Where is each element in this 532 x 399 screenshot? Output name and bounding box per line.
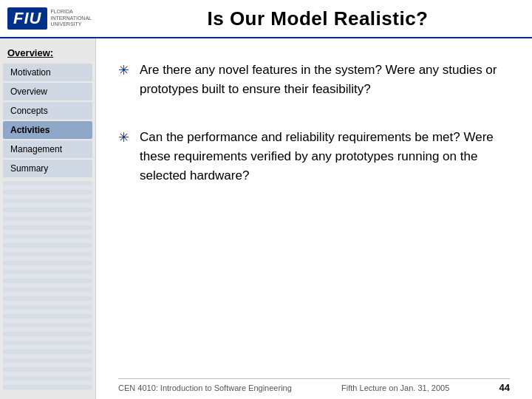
footer: CEN 4010: Introduction to Software Engin… xyxy=(118,378,510,393)
bullet-text-2: Can the performance and reliability requ… xyxy=(140,128,510,186)
sidebar-item-concepts[interactable]: Concepts xyxy=(3,102,92,120)
sidebar: Overview: Motivation Overview Concepts A… xyxy=(0,38,96,399)
bullet-section-2: ✳ Can the performance and reliability re… xyxy=(118,128,510,186)
footer-lecture: Fifth Lecture on Jan. 31, 2005 xyxy=(341,383,449,392)
bullet-icon-1: ✳ xyxy=(118,62,129,78)
content-area: ✳ Are there any novel features in the sy… xyxy=(96,38,532,399)
fiu-logo: FIU xyxy=(7,7,47,30)
footer-course: CEN 4010: Introduction to Software Engin… xyxy=(118,383,292,392)
sidebar-item-activities[interactable]: Activities xyxy=(3,121,92,139)
page-title: Is Our Model Realistic? xyxy=(111,7,525,30)
main-layout: Overview: Motivation Overview Concepts A… xyxy=(0,38,532,399)
header: FIU FLORIDA INTERNATIONAL UNIVERSITY Is … xyxy=(0,0,532,38)
sidebar-overview-label: Overview: xyxy=(0,44,95,63)
bullet-text-1: Are there any novel features in the syst… xyxy=(140,61,510,100)
bullet-section-1: ✳ Are there any novel features in the sy… xyxy=(118,61,510,100)
sidebar-decoration xyxy=(3,181,92,390)
sidebar-item-overview[interactable]: Overview xyxy=(3,83,92,100)
university-name: FLORIDA INTERNATIONAL UNIVERSITY xyxy=(50,9,95,27)
sidebar-item-motivation[interactable]: Motivation xyxy=(3,64,92,81)
footer-page-number: 44 xyxy=(499,382,510,393)
sidebar-item-management[interactable]: Management xyxy=(3,140,92,158)
logo-area: FIU FLORIDA INTERNATIONAL UNIVERSITY xyxy=(7,7,111,30)
sidebar-item-summary[interactable]: Summary xyxy=(3,160,92,177)
bullet-icon-2: ✳ xyxy=(118,129,129,146)
